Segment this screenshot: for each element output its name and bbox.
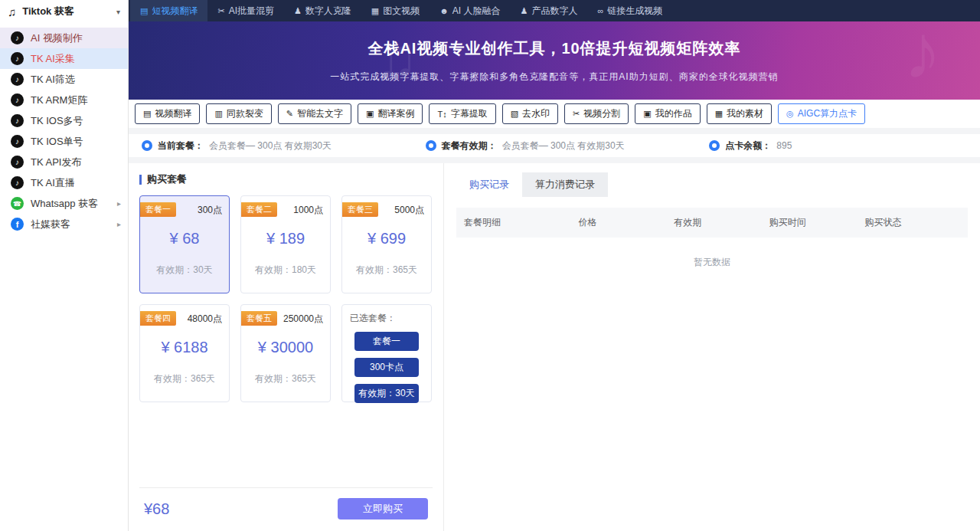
tiktok-icon: ♪ — [11, 73, 24, 86]
package-card-4[interactable]: 套餐四 48000点 ¥ 6188 有效期：365天 — [139, 304, 230, 402]
package-validity: 有效期：30天 — [140, 264, 229, 277]
my-materials-button[interactable]: ▦ 我的素材 — [707, 103, 772, 124]
my-works-button[interactable]: ▣ 我的作品 — [635, 103, 700, 124]
tiktok-watermark-icon: ♪ — [903, 21, 942, 96]
status-label: 套餐有效期： — [442, 139, 497, 152]
sidebar-item-tk-api-publish[interactable]: ♪ TK API发布 — [0, 152, 128, 172]
face-icon: ☻ — [439, 6, 449, 15]
buy-now-button[interactable]: 立即购买 — [338, 498, 428, 520]
package-badge: 套餐一 — [140, 202, 176, 217]
button-label: 我的作品 — [655, 107, 692, 120]
same-style-clone-button[interactable]: ▥ 同款裂变 — [206, 103, 271, 124]
tab-label: 图文视频 — [383, 5, 420, 18]
sidebar-item-tk-ai-live[interactable]: ♪ TK AI直播 — [0, 172, 128, 193]
smart-text-remove-button[interactable]: ✎ 智能去文字 — [278, 103, 351, 124]
status-plan-validity: 套餐有效期： 会员套餐— 300点 有效期30天 — [413, 139, 697, 152]
summary-tags: 套餐一 300卡点 有效期：30天 — [350, 332, 423, 403]
app-window: ♫ Tiktok 获客 ▾ ♪ AI 视频制作 ♪ TK AI采集 ♪ TK A… — [0, 0, 980, 531]
column-header-price: 价格 — [579, 216, 675, 229]
tab-link-to-video[interactable]: ∞ 链接生成视频 — [587, 0, 672, 21]
status-value: 会员套餐— 300点 有效期30天 — [502, 139, 625, 152]
sidebar-item-label: TK AI直播 — [31, 176, 75, 190]
package-card-5[interactable]: 套餐五 250000点 ¥ 30000 有效期：365天 — [240, 304, 331, 402]
column-header-plan-detail: 套餐明细 — [464, 216, 579, 229]
tab-ai-face-fusion[interactable]: ☻ AI 人脸融合 — [430, 0, 510, 21]
document-icon: ▦ — [371, 6, 379, 16]
package-validity: 有效期：365天 — [342, 264, 431, 277]
plan-icon — [142, 140, 152, 151]
status-value: 895 — [776, 140, 792, 151]
summary-label: 已选套餐： — [350, 312, 423, 325]
top-navigation: ▤ 短视频翻译 ✂ AI批量混剪 ♟ 数字人克隆 ▦ 图文视频 ☻ AI 人脸融… — [129, 0, 980, 21]
tab-image-text-video[interactable]: ▦ 图文视频 — [361, 0, 430, 21]
tab-label: AI 人脸融合 — [452, 5, 501, 18]
packages-panel: 购买套餐 套餐一 300点 ¥ 68 有效期：30天 套餐二 1000点 ¥ 1… — [129, 163, 444, 531]
records-table-header: 套餐明细 价格 有效期 购买时间 购买状态 — [456, 208, 968, 238]
subtitle-extract-button[interactable]: T↕ 字幕提取 — [429, 103, 495, 124]
purchase-footer: ¥68 立即购买 — [139, 487, 433, 531]
sidebar-item-tk-ios-single[interactable]: ♪ TK IOS单号 — [0, 131, 128, 152]
button-label: 智能去文字 — [297, 107, 343, 120]
package-points: 5000点 — [394, 204, 424, 217]
button-label: 同款裂变 — [227, 107, 263, 120]
sidebar-item-label: Whatsapp 获客 — [31, 197, 98, 211]
video-split-button[interactable]: ✂ 视频分割 — [564, 103, 629, 124]
tiktok-logo-icon: ♫ — [8, 5, 16, 18]
tiktok-icon: ♪ — [11, 176, 24, 189]
brand-selector[interactable]: ♫ Tiktok 获客 ▾ — [0, 0, 128, 23]
sidebar-item-ai-video-create[interactable]: ♪ AI 视频制作 — [0, 28, 128, 48]
video-translate-button[interactable]: ▤ 视频翻译 — [135, 103, 200, 124]
selected-plan-tag[interactable]: 套餐一 — [354, 332, 419, 351]
package-badge: 套餐五 — [241, 311, 277, 326]
sidebar-item-tk-ai-filter[interactable]: ♪ TK AI筛选 — [0, 69, 128, 90]
selected-validity-tag[interactable]: 有效期：30天 — [354, 384, 419, 403]
package-badge: 套餐二 — [241, 202, 277, 217]
package-card-2[interactable]: 套餐二 1000点 ¥ 189 有效期：180天 — [240, 195, 331, 293]
package-price: ¥ 68 — [140, 230, 229, 247]
package-price: ¥ 699 — [342, 230, 431, 247]
button-label: AIGC算力点卡 — [798, 107, 857, 120]
text-icon: T↕ — [437, 110, 446, 119]
sidebar-item-tk-ios-multi[interactable]: ♪ TK IOS多号 — [0, 110, 128, 131]
package-validity: 有效期：180天 — [241, 264, 330, 277]
package-card-3[interactable]: 套餐三 5000点 ¥ 699 有效期：365天 — [341, 195, 432, 293]
hero-subtitle: 一站式完成视频字幕提取、字幕擦除和多角色克隆配音等，真正用AI助力短剧、商家的全… — [330, 70, 778, 84]
tab-short-video-translate[interactable]: ▤ 短视频翻译 — [130, 0, 207, 21]
status-label: 当前套餐： — [158, 139, 204, 152]
tab-label: AI批量混剪 — [229, 5, 274, 18]
tiktok-icon: ♪ — [11, 52, 24, 65]
chevron-right-icon: ▸ — [117, 199, 121, 208]
sidebar-item-label: 社媒获客 — [31, 218, 70, 231]
person-icon: ♟ — [294, 6, 302, 16]
tab-product-digital-human[interactable]: ♟ 产品数字人 — [511, 0, 588, 21]
tiktok-icon: ♪ — [11, 31, 24, 44]
package-card-1[interactable]: 套餐一 300点 ¥ 68 有效期：30天 — [139, 195, 230, 293]
sidebar-item-tk-ai-collect[interactable]: ♪ TK AI采集 — [0, 48, 128, 69]
sidebar-item-whatsapp[interactable]: ☎ Whatsapp 获客 ▸ — [0, 193, 128, 214]
tab-consumption-records[interactable]: 算力消费记录 — [522, 172, 608, 197]
tab-ai-batch-mix[interactable]: ✂ AI批量混剪 — [207, 0, 284, 21]
aigc-points-card-button[interactable]: ◎ AIGC算力点卡 — [778, 103, 865, 124]
selected-points-tag[interactable]: 300卡点 — [354, 358, 419, 377]
button-label: 翻译案例 — [377, 107, 414, 120]
content-area: 购买套餐 套餐一 300点 ¥ 68 有效期：30天 套餐二 1000点 ¥ 1… — [129, 163, 980, 531]
works-icon: ▣ — [643, 109, 651, 119]
remove-watermark-button[interactable]: ▧ 去水印 — [502, 103, 558, 124]
tab-digital-human-clone[interactable]: ♟ 数字人克隆 — [284, 0, 361, 21]
clock-icon — [426, 140, 436, 151]
scissors-icon: ✂ — [573, 109, 580, 119]
package-points: 1000点 — [293, 204, 323, 217]
column-header-purchase-time: 购买时间 — [769, 216, 865, 229]
tab-purchase-records[interactable]: 购买记录 — [456, 172, 522, 197]
package-badge: 套餐三 — [342, 202, 378, 217]
card-icon — [709, 140, 720, 151]
total-price: ¥68 — [144, 500, 169, 518]
copy-icon: ▥ — [214, 109, 222, 119]
translate-cases-button[interactable]: ▣ 翻译案例 — [358, 103, 423, 124]
hero-banner: ♫ ♪ 全栈AI视频专业创作工具，10倍提升短视频矩阵效率 一站式完成视频字幕提… — [129, 21, 980, 100]
package-points: 300点 — [198, 204, 222, 217]
scissors-icon: ✂ — [217, 6, 224, 16]
sidebar-item-tk-arm-matrix[interactable]: ♪ TK ARM矩阵 — [0, 90, 128, 110]
sidebar-item-social-media[interactable]: f 社媒获客 ▸ — [0, 214, 128, 234]
video-icon: ▤ — [143, 109, 151, 119]
